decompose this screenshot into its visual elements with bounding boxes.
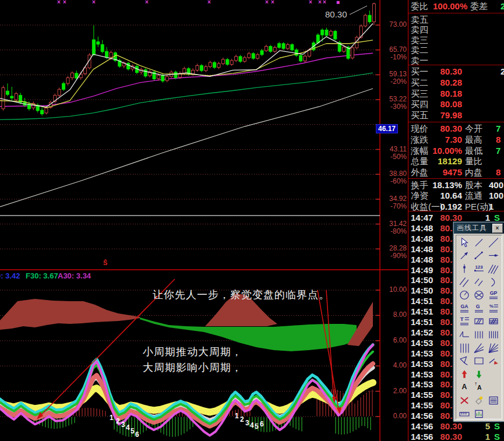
horizontal-segment-tool-icon[interactable]: [487, 249, 501, 263]
indicator-axis-label: 2.00: [393, 387, 407, 395]
hatch-channel-tool-icon[interactable]: [487, 315, 501, 329]
delete-drawing-tool-icon[interactable]: [457, 394, 471, 407]
pointer-arrow-tool-icon[interactable]: [487, 354, 501, 368]
weibi-label: 委比: [411, 1, 428, 12]
count-label: 5: [131, 427, 135, 435]
count-label: 2: [240, 415, 244, 424]
svg-text:123: 123: [475, 264, 483, 270]
erase-tool-icon[interactable]: [471, 394, 486, 407]
rectangle-tool-icon[interactable]: [471, 354, 486, 368]
stat-row[interactable]: 现价80.30今开7: [408, 124, 504, 134]
short-parallel-tool-icon[interactable]: [471, 276, 486, 289]
percent-lines-tool-icon[interactable]: %: [487, 302, 501, 315]
gp-tool-icon[interactable]: GP: [487, 288, 501, 302]
count-label: 3: [245, 419, 249, 427]
indicator-value-magenta: A30: 3.34: [58, 271, 91, 280]
vertical-segment-tool-icon[interactable]: [457, 262, 471, 276]
price-axis: 73.0065.70-10%59.13-20%53.22-30%43.11-50…: [380, 0, 408, 441]
count-label: 2: [116, 417, 120, 425]
price-axis-label: 28.28-90%: [389, 245, 407, 260]
note-tool-icon[interactable]: [487, 394, 501, 407]
price-axis-label: 34.92-70%: [389, 195, 407, 210]
text-cursor-tool-icon[interactable]: A†: [471, 381, 486, 394]
down-arrow-marker-tool-icon[interactable]: [471, 368, 486, 381]
sell-x-mark: ×: [309, 0, 312, 5]
trade-tick-row[interactable]: 14:5680.301S: [408, 432, 504, 441]
stat-row[interactable]: 净资10.64流通100: [408, 190, 504, 201]
svg-text:A: A: [461, 383, 467, 391]
time-division-5-tool-icon[interactable]: [487, 328, 501, 341]
arc-tool-icon[interactable]: [487, 276, 501, 289]
t-lines-tool-icon[interactable]: T: [457, 315, 471, 329]
last-price-tag: 80.30: [325, 9, 347, 19]
gann-box-tool-icon[interactable]: [457, 328, 471, 341]
ask-row[interactable]: 卖四: [408, 24, 504, 35]
time-bars-tool-icon[interactable]: [457, 341, 471, 355]
text-tool-icon[interactable]: A: [457, 381, 471, 394]
up-arrow-marker-tool-icon[interactable]: [457, 368, 471, 381]
kline-oscillator-chart: [0, 0, 408, 441]
drawing-tools-palette[interactable]: 画线工具 × 123GPGAG%TAA†: [453, 222, 504, 422]
trading-app-window: { "colors":{"up_red":"#ff3b3b","down_gre…: [0, 0, 504, 441]
price-axis-label: 38.80-60%: [389, 170, 407, 185]
sell-x-mark: ×: [318, 0, 322, 5]
bid-row[interactable]: 买四80.08: [408, 99, 504, 110]
indicator-axis-label: 10.00: [389, 286, 407, 294]
stat-row[interactable]: 外盘9475内盘8: [408, 167, 504, 178]
g-tool-icon[interactable]: G: [471, 302, 486, 315]
drawing-tools-titlebar[interactable]: 画线工具 ×: [454, 223, 504, 234]
ask-row[interactable]: 卖一: [408, 55, 504, 66]
weicha-value: 2: [501, 1, 504, 12]
stat-row[interactable]: 换手18.13%股本400: [408, 180, 504, 190]
annotation-cycle-2: 大周期影响小周期，: [143, 361, 242, 375]
svg-text:G: G: [476, 303, 480, 309]
stat-row[interactable]: 总量18129量比: [408, 156, 504, 167]
fan-lines-tool-icon[interactable]: [471, 341, 486, 355]
ask-row[interactable]: 卖二: [408, 45, 504, 55]
drawing-tools-title: 画线工具: [457, 224, 487, 232]
price-axis-label: 53.22-30%: [389, 96, 407, 111]
ga-tool-icon[interactable]: GA: [457, 302, 471, 315]
ask-row[interactable]: 卖三: [408, 35, 504, 45]
ruler-tool-icon[interactable]: [457, 407, 471, 421]
gann-fan-tool-icon[interactable]: [487, 341, 501, 355]
trade-tick-row[interactable]: 14:5680.305S: [408, 421, 504, 432]
price-axis-label: 73.00: [389, 21, 407, 29]
time-division-tool-icon[interactable]: [471, 328, 486, 341]
empty-cell: [487, 407, 501, 421]
channel-tool-icon[interactable]: [457, 276, 471, 289]
ray-tool-icon[interactable]: [487, 236, 501, 249]
count-label: 5: [255, 422, 259, 431]
arrow-line-tool-icon[interactable]: [457, 249, 471, 263]
chart-area[interactable]: ××××××××××■ 80.30 Ŝ 0: 3.42 F30: 3.67 A3…: [0, 0, 408, 441]
hatch-band-tool-icon[interactable]: [471, 315, 486, 329]
ask-row[interactable]: 卖五: [408, 15, 504, 25]
indicator-axis-label: 6.00: [393, 337, 407, 344]
bid-row[interactable]: 买一80.302: [408, 66, 504, 77]
svg-text:†: †: [475, 382, 477, 386]
close-icon[interactable]: ×: [492, 224, 503, 233]
indicator-axis-label: 4.00: [393, 362, 407, 369]
sell-square-mark: ■: [336, 0, 340, 5]
count-label: 6: [135, 431, 139, 439]
svg-text:%: %: [489, 304, 494, 309]
stat-row[interactable]: 涨幅10.00%最低7: [408, 146, 504, 156]
sell-x-mark: ×: [207, 0, 211, 5]
flag-tool-icon[interactable]: [457, 354, 471, 368]
pointer-tool-icon[interactable]: [457, 236, 471, 249]
ellipse-tool-icon[interactable]: [471, 288, 486, 302]
bid-row[interactable]: 买二80.28: [408, 77, 504, 88]
stats-tool-icon[interactable]: [471, 407, 486, 421]
count-label: 4: [250, 421, 254, 429]
circle-radius-tool-icon[interactable]: [457, 288, 471, 302]
parallel-lines-tool-icon[interactable]: [487, 262, 501, 276]
segment-tool-icon[interactable]: [471, 236, 486, 249]
bid-row[interactable]: 买三80.18: [408, 89, 504, 99]
svg-text:T: T: [460, 316, 463, 322]
anchored-segment-tool-icon[interactable]: [471, 249, 486, 263]
bid-row[interactable]: 买五79.98: [408, 110, 504, 121]
stat-row[interactable]: 涨跌7.30最高8: [408, 135, 504, 145]
numbered-line-tool-icon[interactable]: 123: [471, 262, 486, 276]
count-label: 6: [260, 420, 264, 428]
empty-cell: [487, 368, 501, 381]
